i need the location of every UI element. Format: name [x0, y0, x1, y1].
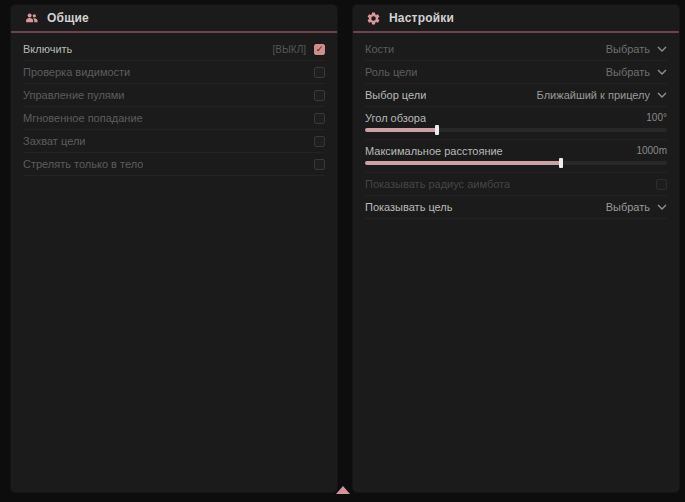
panel-settings-header: Настройки	[353, 5, 679, 33]
setting-row-dropdown[interactable]: Роль целиВыбрать	[365, 61, 667, 84]
row-controls: [ВЫКЛ]✓	[273, 44, 325, 55]
setting-label: Кости	[365, 43, 394, 55]
slider-fill	[365, 128, 437, 132]
checkbox[interactable]	[314, 159, 325, 170]
setting-row-checkbox[interactable]: Мгновенное попадание	[23, 107, 325, 130]
row-controls	[656, 179, 667, 190]
slider-fill	[365, 161, 561, 165]
panel-title: Общие	[47, 11, 89, 25]
setting-row-checkbox[interactable]: Включить[ВЫКЛ]✓	[23, 38, 325, 61]
slider-track[interactable]	[365, 128, 667, 132]
row-controls	[314, 90, 325, 101]
setting-label: Стрелять только в тело	[23, 158, 143, 170]
cursor-triangle-icon	[336, 486, 350, 494]
checkbox[interactable]: ✓	[314, 44, 325, 55]
dropdown-control[interactable]: Выбрать	[606, 43, 667, 55]
setting-label: Включить	[23, 43, 72, 55]
users-icon	[24, 11, 39, 26]
checkbox[interactable]	[314, 90, 325, 101]
checkbox[interactable]	[314, 136, 325, 147]
setting-label: Проверка видимости	[23, 66, 130, 78]
setting-label: Выбор цели	[365, 89, 426, 101]
slider-value: 1000m	[636, 145, 667, 156]
dropdown-control[interactable]: Выбрать	[606, 66, 667, 78]
slider-handle[interactable]	[435, 125, 439, 135]
row-controls	[314, 67, 325, 78]
dropdown-value: Выбрать	[606, 43, 650, 55]
panel-settings: Настройки КостиВыбратьРоль целиВыбратьВы…	[352, 4, 680, 493]
row-controls: Выбрать	[606, 201, 667, 213]
setting-row-dropdown[interactable]: КостиВыбрать	[365, 38, 667, 61]
chevron-down-icon	[657, 204, 667, 210]
setting-row-checkbox[interactable]: Проверка видимости	[23, 61, 325, 84]
panel-settings-body: КостиВыбратьРоль целиВыбратьВыбор целиБл…	[353, 33, 679, 219]
setting-row-slider: Угол обзора100°	[365, 107, 667, 140]
checkbox[interactable]	[314, 67, 325, 78]
checkbox[interactable]	[314, 113, 325, 124]
panel-general-header: Общие	[11, 5, 337, 33]
dropdown-value: Выбрать	[606, 201, 650, 213]
chevron-down-icon	[657, 46, 667, 52]
slider-value: 100°	[646, 112, 667, 123]
slider-label-row: Максимальное расстояние1000m	[365, 143, 667, 158]
row-controls	[314, 136, 325, 147]
setting-label: Управление пулями	[23, 89, 125, 101]
row-controls	[314, 159, 325, 170]
setting-label: Показывать цель	[365, 201, 453, 213]
setting-row-dropdown[interactable]: Показывать цельВыбрать	[365, 196, 667, 219]
panel-general: Общие Включить[ВЫКЛ]✓Проверка видимостиУ…	[10, 4, 338, 493]
setting-row-checkbox[interactable]: Показывать радиус аимбота	[365, 173, 667, 196]
setting-row-checkbox[interactable]: Стрелять только в тело	[23, 153, 325, 176]
setting-label: Угол обзора	[365, 112, 426, 124]
panel-general-body: Включить[ВЫКЛ]✓Проверка видимостиУправле…	[11, 33, 337, 176]
row-controls	[314, 113, 325, 124]
setting-label: Мгновенное попадание	[23, 112, 143, 124]
row-controls: Выбрать	[606, 66, 667, 78]
gear-icon	[366, 11, 381, 26]
setting-row-checkbox[interactable]: Захват цели	[23, 130, 325, 153]
setting-label: Роль цели	[365, 66, 417, 78]
hotkey-label: [ВЫКЛ]	[273, 44, 306, 55]
panel-title: Настройки	[389, 11, 454, 25]
setting-row-slider: Максимальное расстояние1000m	[365, 140, 667, 173]
dropdown-value: Ближайший к прицелу	[537, 89, 650, 101]
row-controls: Ближайший к прицелу	[537, 89, 667, 101]
dropdown-value: Выбрать	[606, 66, 650, 78]
setting-label: Показывать радиус аимбота	[365, 178, 510, 190]
dropdown-control[interactable]: Выбрать	[606, 201, 667, 213]
setting-row-dropdown[interactable]: Выбор целиБлижайший к прицелу	[365, 84, 667, 107]
checkbox	[656, 179, 667, 190]
setting-label: Захват цели	[23, 135, 85, 147]
row-controls: Выбрать	[606, 43, 667, 55]
slider-handle[interactable]	[559, 158, 563, 168]
slider-track[interactable]	[365, 161, 667, 165]
setting-row-checkbox[interactable]: Управление пулями	[23, 84, 325, 107]
setting-label: Максимальное расстояние	[365, 145, 503, 157]
chevron-down-icon	[657, 69, 667, 75]
chevron-down-icon	[657, 92, 667, 98]
slider-label-row: Угол обзора100°	[365, 110, 667, 125]
dropdown-control[interactable]: Ближайший к прицелу	[537, 89, 667, 101]
